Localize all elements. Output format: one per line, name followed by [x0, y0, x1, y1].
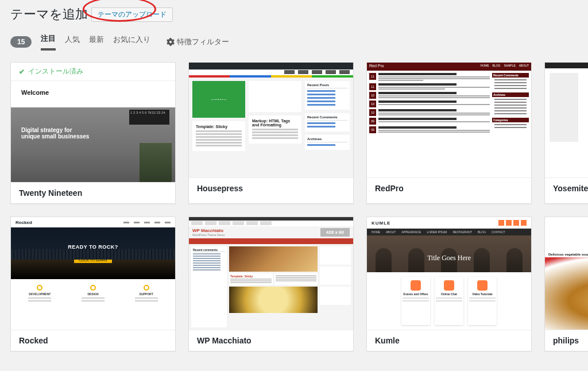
preview-card-3: Video Tutorials	[472, 292, 493, 296]
page-title: テーマを追加	[10, 6, 88, 23]
theme-name: philips	[545, 330, 588, 351]
theme-card-yosemite-lite[interactable]: Yosemite Lite	[544, 62, 588, 204]
preview-post-title: Delicious vegetable soup	[545, 252, 588, 257]
preview-feature-1: DEVELOPMENT	[29, 292, 51, 296]
feature-filter-button[interactable]: 特徴フィルター	[167, 37, 229, 47]
preview-welcome: Welcome	[21, 89, 165, 96]
theme-card-twenty-nineteen[interactable]: ✔ インストール済み Welcome Digital strategy for …	[10, 62, 176, 204]
theme-card-wp-macchiato[interactable]: WP MacchiatoWordPress Theme Demo 428 x 6…	[188, 217, 354, 351]
preview-subtitle: WordPress Theme Demo	[192, 233, 225, 237]
theme-name: Rocked	[11, 330, 175, 351]
theme-thumbnail: Welcome Digital strategy for unique smal…	[11, 81, 175, 182]
gear-icon	[167, 38, 175, 46]
theme-thumbnail: KUMLE HOMEABOUTAPPEARANCELOREM IPSUMREST…	[367, 217, 531, 330]
theme-thumbnail: Delicious vegetable soup	[545, 217, 588, 330]
installed-label: インストール済み	[28, 67, 83, 76]
preview-side-archives: Archives	[307, 137, 347, 142]
theme-name: WP Macchiato	[189, 330, 353, 351]
upload-theme-button[interactable]: テーマのアップロード	[91, 7, 173, 22]
preview-widget-comments: Recent Comments	[492, 73, 529, 78]
theme-thumbnail: WP MacchiatoWordPress Theme Demo 428 x 6…	[189, 217, 353, 330]
preview-widget-archives: Archives	[492, 92, 529, 97]
feature-filter-label: 特徴フィルター	[177, 37, 229, 47]
preview-side-comments: Recent Comments	[307, 115, 347, 121]
preview-feature-2: DESIGN	[87, 292, 98, 296]
theme-card-housepress[interactable]: — • • • • • — Template: Sticky Markup: H…	[188, 62, 354, 204]
theme-card-rocked[interactable]: Rocked READY TO ROCK? Click the button b…	[10, 217, 176, 351]
filter-tab-favorites[interactable]: お気に入り	[113, 34, 150, 49]
filter-tab-latest[interactable]: 最新	[89, 34, 104, 49]
preview-brand: Red Pro	[369, 64, 384, 69]
theme-card-kumle[interactable]: KUMLE HOMEABOUTAPPEARANCELOREM IPSUMREST…	[366, 217, 532, 351]
theme-thumbnail: — • • • • • — Template: Sticky Markup: H…	[189, 63, 353, 177]
preview-sticky-title: Template: Sticky	[196, 125, 242, 129]
filter-tab-popular[interactable]: 人気	[65, 34, 80, 49]
theme-name: RedPro	[367, 177, 531, 199]
preview-markup-title: Markup: HTML Tags and Formatting	[252, 119, 298, 127]
theme-thumbnail: Red ProHOMEBLOGSAMPLEABOUT 11 11 10 10 1…	[367, 63, 531, 177]
preview-card-1: Events and Offers	[404, 292, 428, 296]
filter-tab-featured[interactable]: 注目	[41, 33, 56, 51]
preview-hero-line2: unique small businesses	[21, 133, 165, 140]
theme-thumbnail	[545, 63, 588, 177]
check-icon: ✔	[19, 68, 25, 76]
preview-card-2: Online Chat	[441, 292, 457, 296]
preview-title: WP Macchiato	[192, 228, 225, 233]
preview-logo: Rocked	[16, 220, 32, 225]
theme-count-badge: 15	[10, 36, 32, 48]
filter-bar: 15 注目 人気 最新 お気に入り 特徴フィルター	[10, 25, 578, 54]
theme-grid: ✔ インストール済み Welcome Digital strategy for …	[10, 62, 578, 351]
preview-side-title: Recent comments	[193, 248, 225, 252]
preview-logo: KUMLE	[372, 221, 390, 226]
preview-hero-title: Title Goes Here	[427, 254, 471, 262]
theme-name: Yosemite Lite	[545, 177, 588, 199]
preview-ad-banner: 428 x 60	[320, 228, 350, 237]
preview-feature-3: SUPPORT	[140, 292, 153, 296]
preview-widget-categories: Categories	[492, 118, 529, 122]
theme-thumbnail: Rocked READY TO ROCK? Click the button b…	[11, 217, 175, 330]
theme-name: Kumle	[367, 330, 531, 351]
preview-sticky: Template: Sticky	[230, 275, 272, 278]
theme-name: Housepress	[189, 177, 353, 199]
theme-card-philips[interactable]: Delicious vegetable soup philips	[544, 217, 588, 351]
theme-card-redpro[interactable]: Red ProHOMEBLOGSAMPLEABOUT 11 11 10 10 1…	[366, 62, 532, 204]
preview-side-recent: Recent Posts	[307, 83, 347, 88]
installed-banner: ✔ インストール済み	[11, 63, 175, 81]
preview-hero-line1: Digital strategy for	[21, 127, 165, 133]
theme-name: Twenty Nineteen	[11, 182, 175, 203]
